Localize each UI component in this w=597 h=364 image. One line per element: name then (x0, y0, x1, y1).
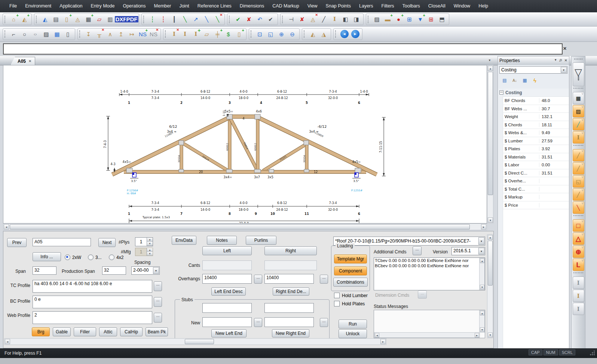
menu-view[interactable]: View (303, 0, 322, 12)
toolbar-handle[interactable] (574, 59, 582, 61)
property-row[interactable]: BF Chords48.0 (503, 97, 569, 105)
menu-entry-mode[interactable]: Entry Mode (87, 0, 119, 12)
tool-rect[interactable]: ▯ (63, 29, 73, 39)
property-row[interactable]: $ Materials31.51 (503, 153, 569, 161)
resize-grip[interactable] (590, 351, 595, 356)
new-right-end-button[interactable]: New Right End (272, 329, 309, 337)
tool-refline-delete[interactable]: ╲ (212, 14, 223, 24)
tool-truss-pick-next[interactable]: ◮ (319, 29, 329, 39)
menu-window[interactable]: Window (450, 0, 474, 12)
toolbar-handle[interactable] (573, 215, 583, 219)
filter-lumber-filter-3[interactable]: ◱▽ (573, 175, 584, 188)
toolbar-grip[interactable] (79, 30, 82, 38)
chevron-down-icon[interactable]: ▼ (561, 67, 567, 73)
tool-point-add[interactable]: ● (394, 14, 404, 24)
property-row[interactable]: $ Overhe... (503, 177, 569, 185)
hscroll-thumb[interactable] (10, 224, 470, 229)
tool-attach-clip[interactable]: ▱ (94, 14, 104, 24)
tool-web-vertical[interactable]: I (330, 14, 340, 24)
filter-dim-ib-2[interactable]: I (573, 290, 584, 302)
property-row[interactable]: $ Price (503, 201, 569, 210)
tool-panel-left[interactable]: ◧ (340, 14, 350, 24)
next-button[interactable]: Next (98, 238, 116, 247)
tool-web-kink[interactable]: ∧ (105, 29, 115, 39)
tool-export-pdf[interactable]: PDF (127, 14, 137, 24)
connector-plate[interactable] (179, 141, 184, 145)
type-filler[interactable]: Filler (74, 327, 96, 336)
stub-left-field[interactable] (202, 303, 252, 313)
menu-cad-markup[interactable]: CAD Markup (268, 0, 303, 12)
filter-triangle-filter[interactable]: △▽ (573, 232, 584, 245)
additional-cmds-browse-button[interactable]: ... (413, 246, 422, 255)
scroll-right-icon[interactable]: ► (481, 224, 486, 229)
scroll-right-icon[interactable]: ► (475, 333, 479, 337)
tool-member-add[interactable]: ▬ (383, 14, 393, 24)
bc-profile-browse-button[interactable]: ... (154, 297, 162, 307)
toolbar-grip[interactable] (251, 30, 253, 38)
scroll-up-icon[interactable]: ▲ (480, 259, 484, 263)
menu-environment[interactable]: Environment (21, 0, 55, 12)
connector-plate[interactable] (179, 169, 184, 172)
toolbar-grip[interactable] (229, 16, 231, 23)
filter-square-filter[interactable]: □▽ (573, 219, 584, 232)
purlins-button[interactable]: Purlins (246, 236, 276, 245)
type-calhip[interactable]: CalHip (120, 327, 143, 336)
sort-az-icon[interactable]: A↓ (510, 76, 519, 84)
connector-plate[interactable] (304, 169, 309, 172)
tool-refline-vertical[interactable]: ┆ (147, 14, 157, 24)
grid-view-icon[interactable]: ▦ (520, 76, 529, 84)
toolbar-grip[interactable] (4, 16, 7, 23)
tab-close-icon[interactable]: ✕ (28, 59, 31, 63)
tool-beam-cost[interactable]: $ (223, 29, 233, 39)
type-beampk[interactable]: Beam Pk (146, 327, 168, 336)
connector-plate[interactable] (226, 169, 232, 173)
filter-lumber-filter-2[interactable]: ╱▽ (573, 162, 584, 175)
tool-bearing-load[interactable]: ↧ (83, 29, 94, 39)
overhang-left-field[interactable]: 10400 (202, 274, 252, 284)
menu-joint[interactable]: Joint (175, 0, 193, 12)
info-button[interactable]: Info ... (33, 252, 61, 261)
filter-webs-filter[interactable]: ╱▽ (573, 118, 584, 130)
menu-dimensions[interactable]: Dimensions (236, 0, 268, 12)
truss-drawing[interactable]: 3.5"3.5"1-4-07-3-46-8-124-0-06-8-127-3-4… (3, 65, 487, 223)
new-stub-right-field[interactable] (264, 317, 314, 327)
tool-hatch-rect[interactable]: ▨ (41, 29, 51, 39)
run-button[interactable]: Run (339, 320, 367, 328)
connector-plate[interactable] (255, 114, 260, 119)
toolbar-grip[interactable] (304, 30, 306, 38)
tool-grid-table[interactable]: ▦ (52, 29, 62, 39)
connector-plate[interactable] (355, 168, 361, 173)
tool-dim-window-2[interactable]: ⊞ (426, 14, 436, 24)
property-row[interactable]: $ Lumber27.59 (503, 137, 569, 145)
tool-nav-back[interactable]: ◄ (339, 29, 349, 39)
tool-beam-delete[interactable]: I (169, 29, 179, 39)
template-mgr-button[interactable]: Template Mgr (334, 255, 367, 263)
tool-dock-panel[interactable]: ⬒ (437, 14, 447, 24)
additional-cmds-textarea[interactable]: TCbev 0.00 0.00 0.00 0.00 ExtNone ExtNon… (374, 257, 485, 290)
menu-closeall[interactable]: CloseAll (424, 0, 450, 12)
scroll-up-icon[interactable]: ▲ (488, 66, 493, 71)
tool-ns-add[interactable]: NS (138, 29, 148, 39)
left-end-desc-button[interactable]: Left End Desc (211, 287, 246, 296)
properties-close-icon[interactable]: ✕ (564, 58, 567, 62)
toolbar-handle[interactable] (573, 272, 583, 276)
scroll-left-icon[interactable]: ◄ (5, 339, 10, 344)
filter-dim-ib-3[interactable]: I (573, 303, 584, 315)
scroll-down-icon[interactable]: ▼ (480, 285, 484, 289)
tool-accept-check[interactable]: ✔ (233, 14, 243, 24)
type-attic[interactable]: Attic (99, 327, 117, 336)
tool-polyline[interactable]: ⌐ (9, 29, 19, 39)
form-vscrollbar[interactable]: ▲ ▼ (487, 234, 493, 338)
scroll-down-icon[interactable]: ▼ (480, 327, 484, 332)
tool-truss-new[interactable]: ⌂ (9, 14, 19, 24)
filter-redline-filter[interactable]: ╲▽ (573, 201, 584, 214)
filter-lumber-filter-1[interactable]: ╱▽ (573, 149, 584, 161)
tool-zoom-window[interactable]: ◱ (266, 29, 276, 39)
unlock-button[interactable]: Unlock (339, 329, 367, 338)
property-row[interactable]: BF Webs ...30.7 (503, 105, 569, 113)
component-button[interactable]: Component (334, 266, 367, 275)
filter-bearings-filter[interactable]: I▽ (573, 131, 584, 144)
command-close-icon[interactable]: ✕ (561, 45, 569, 52)
checkbox[interactable] (334, 301, 340, 306)
menu-snap-points[interactable]: Snap Points (322, 0, 355, 12)
